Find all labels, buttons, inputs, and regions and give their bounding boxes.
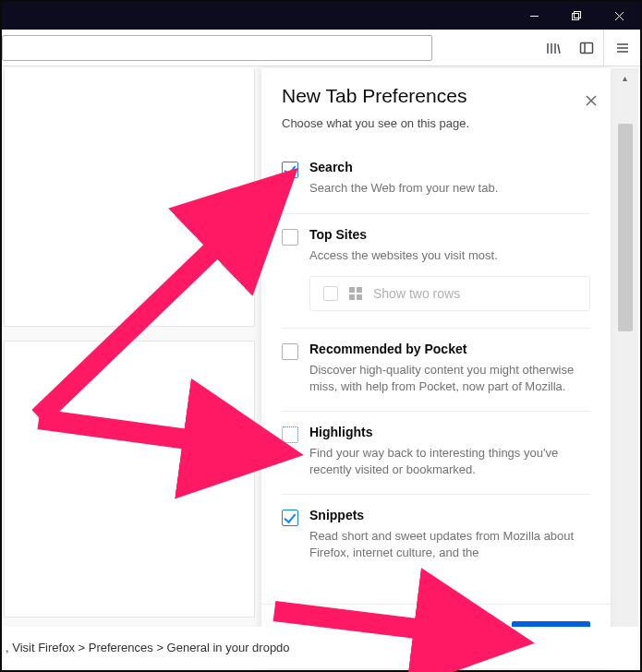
section-snippets: Snippets Read short and sweet updates fr…: [282, 495, 590, 577]
library-icon[interactable]: [539, 33, 568, 63]
section-label: Recommended by Pocket: [309, 342, 590, 356]
checkbox-pocket[interactable]: [282, 343, 298, 360]
background-card: [4, 341, 255, 618]
checkbox-snippets[interactable]: [282, 510, 298, 526]
footer-text-strip: , Visit Firefox > Preferences > General …: [4, 627, 638, 668]
checkbox-search[interactable]: [282, 162, 298, 178]
subopt-label: Show two rows: [373, 286, 460, 301]
checkbox-show-two-rows[interactable]: [323, 286, 338, 301]
scroll-up-arrow[interactable]: ▴: [611, 68, 638, 87]
section-desc: Access the websites you visit most.: [309, 247, 590, 264]
section-label: Top Sites: [309, 227, 590, 242]
background-card: [4, 68, 255, 327]
new-tab-preferences-panel: New Tab Preferences Choose what you see …: [261, 68, 611, 668]
url-bar[interactable]: [2, 35, 432, 61]
section-top-sites: Top Sites Access the websites you visit …: [282, 214, 590, 330]
svg-rect-1: [573, 14, 579, 20]
section-label: Highlights: [309, 425, 590, 439]
section-desc: Search the Web from your new tab.: [309, 180, 590, 197]
browser-window: ▴ New Tab Preferences Choose what you se…: [0, 0, 642, 672]
section-desc: Find your way back to interesting things…: [309, 445, 590, 477]
section-pocket: Recommended by Pocket Discover high-qual…: [282, 329, 590, 412]
footer-text: , Visit Firefox > Preferences > General …: [6, 641, 290, 654]
browser-toolbar: [2, 30, 640, 66]
window-titlebar: [2, 2, 640, 30]
close-window-button[interactable]: [598, 2, 640, 30]
minimize-button[interactable]: [513, 2, 555, 30]
section-highlights: Highlights Find your way back to interes…: [282, 412, 590, 495]
restore-button[interactable]: [555, 2, 598, 30]
checkbox-top-sites[interactable]: [282, 229, 298, 246]
vertical-scrollbar[interactable]: ▴: [611, 68, 638, 668]
close-icon[interactable]: [585, 94, 598, 107]
checkbox-highlights[interactable]: [282, 426, 298, 443]
section-label: Search: [309, 160, 590, 174]
section-label: Snippets: [309, 508, 590, 522]
section-search: Search Search the Web from your new tab.: [282, 147, 590, 214]
svg-rect-9: [581, 42, 593, 53]
scroll-thumb[interactable]: [618, 124, 633, 331]
panel-title: New Tab Preferences: [282, 85, 590, 107]
sidebar-icon[interactable]: [572, 33, 601, 63]
panel-subtitle: Choose what you see on this page.: [282, 116, 590, 130]
preferences-body: New Tab Preferences Choose what you see …: [261, 68, 611, 604]
svg-rect-2: [575, 12, 581, 18]
section-desc: Discover high-quality content you might …: [309, 362, 590, 394]
grid-icon: [349, 287, 362, 300]
svg-line-8: [558, 44, 560, 54]
content-area: ▴ New Tab Preferences Choose what you se…: [4, 68, 638, 668]
menu-button[interactable]: [603, 30, 640, 66]
subopt-show-two-rows: Show two rows: [309, 276, 590, 311]
section-desc: Read short and sweet updates from Mozill…: [309, 528, 590, 560]
